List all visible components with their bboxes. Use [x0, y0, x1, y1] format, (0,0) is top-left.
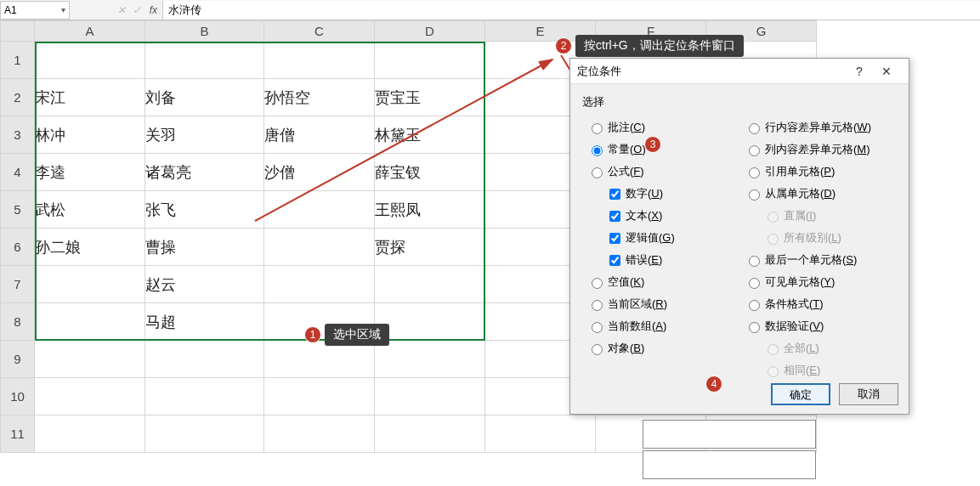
cell-A11[interactable]	[35, 415, 145, 453]
col-header-D[interactable]: D	[375, 21, 485, 42]
cell-A2[interactable]: 宋江	[35, 79, 145, 116]
option-列内容差异单元格m[interactable]: 列内容差异单元格(M)	[739, 138, 897, 161]
radio-1[interactable]	[592, 145, 603, 156]
cell-D7[interactable]	[375, 266, 485, 303]
select-all-corner[interactable]	[1, 21, 35, 42]
cell-D5[interactable]: 王熙凤	[375, 191, 485, 229]
cell-C10[interactable]	[264, 378, 375, 415]
cell-D9[interactable]	[375, 341, 485, 378]
row-header-3[interactable]: 3	[1, 116, 35, 154]
cell-A10[interactable]	[35, 378, 145, 415]
col-header-B[interactable]: B	[145, 21, 264, 42]
option-公式f[interactable]: 公式(F)	[582, 161, 739, 183]
cell-D4[interactable]: 薛宝钗	[375, 154, 485, 191]
row-header-1[interactable]: 1	[1, 42, 35, 79]
radio-9[interactable]	[592, 322, 603, 333]
col-header-C[interactable]: C	[264, 21, 375, 42]
cell-D8[interactable]	[375, 303, 485, 341]
cell-A9[interactable]	[35, 341, 145, 378]
radio-1[interactable]	[749, 145, 760, 156]
cell-C4[interactable]: 沙僧	[264, 154, 375, 191]
cancel-button[interactable]: 取消	[839, 383, 898, 405]
checkbox-4[interactable]	[609, 211, 620, 222]
radio-2[interactable]	[592, 167, 603, 178]
cell-C11[interactable]	[264, 415, 375, 453]
row-header-4[interactable]: 4	[1, 154, 35, 191]
col-header-A[interactable]: A	[35, 21, 145, 42]
option-可见单元格y[interactable]: 可见单元格(Y)	[739, 271, 897, 293]
cell-D3[interactable]: 林黛玉	[375, 116, 485, 154]
cell-B3[interactable]: 关羽	[145, 116, 264, 154]
cell-C3[interactable]: 唐僧	[264, 116, 375, 154]
radio-8[interactable]	[592, 300, 603, 311]
checkbox-3[interactable]	[609, 189, 620, 200]
name-box-dropdown-icon[interactable]: ▾	[61, 5, 65, 14]
radio-9[interactable]	[749, 322, 760, 333]
option-逻辑值g[interactable]: 逻辑值(G)	[582, 227, 739, 249]
cell-D11[interactable]	[375, 415, 485, 453]
cell-D6[interactable]: 贾探	[375, 229, 485, 266]
formula-input[interactable]: 水浒传	[163, 1, 980, 20]
row-header-6[interactable]: 6	[1, 229, 35, 266]
option-错误e[interactable]: 错误(E)	[582, 249, 739, 271]
row-header-11[interactable]: 11	[1, 415, 35, 453]
name-box[interactable]: A1 ▾	[0, 1, 70, 20]
cell-B5[interactable]: 张飞	[145, 191, 264, 229]
cell-D1[interactable]: 红楼梦	[375, 42, 485, 79]
radio-8[interactable]	[749, 300, 760, 311]
cell-E11[interactable]	[485, 415, 596, 453]
cell-C2[interactable]: 孙悟空	[264, 79, 375, 116]
cell-B11[interactable]	[145, 415, 264, 453]
cell-B1[interactable]: 三国演义	[145, 42, 264, 79]
cell-C6[interactable]	[264, 229, 375, 266]
option-引用单元格p[interactable]: 引用单元格(P)	[739, 161, 897, 183]
help-icon[interactable]: ?	[847, 65, 871, 78]
cell-C9[interactable]	[264, 341, 375, 378]
option-行内容差异单元格w[interactable]: 行内容差异单元格(W)	[739, 116, 897, 138]
row-header-10[interactable]: 10	[1, 378, 35, 415]
cell-B4[interactable]: 诸葛亮	[145, 154, 264, 191]
checkbox-6[interactable]	[609, 255, 620, 266]
cell-A8[interactable]	[35, 303, 145, 341]
radio-7[interactable]	[749, 278, 760, 289]
option-条件格式t[interactable]: 条件格式(T)	[739, 293, 897, 315]
row-header-8[interactable]: 8	[1, 303, 35, 341]
option-当前数组a[interactable]: 当前数组(A)	[582, 315, 739, 337]
cell-A7[interactable]	[35, 266, 145, 303]
option-数据验证v[interactable]: 数据验证(V)	[739, 315, 897, 337]
ok-button[interactable]: 确定	[771, 383, 830, 405]
cell-C7[interactable]	[264, 266, 375, 303]
option-从属单元格d[interactable]: 从属单元格(D)	[739, 183, 897, 205]
cell-B7[interactable]: 赵云	[145, 266, 264, 303]
radio-0[interactable]	[592, 123, 603, 134]
cell-A5[interactable]: 武松	[35, 191, 145, 229]
radio-10[interactable]	[592, 344, 603, 355]
cell-C1[interactable]: 西游记	[264, 42, 375, 79]
cell-C5[interactable]	[264, 191, 375, 229]
checkbox-5[interactable]	[609, 233, 620, 244]
row-header-7[interactable]: 7	[1, 266, 35, 303]
row-header-9[interactable]: 9	[1, 341, 35, 378]
cell-B9[interactable]	[145, 341, 264, 378]
cell-A4[interactable]: 李逵	[35, 154, 145, 191]
cell-A3[interactable]: 林冲	[35, 116, 145, 154]
cell-B6[interactable]: 曹操	[145, 229, 264, 266]
cell-B8[interactable]: 马超	[145, 303, 264, 341]
radio-6[interactable]	[749, 256, 760, 267]
radio-7[interactable]	[592, 278, 603, 289]
option-对象b[interactable]: 对象(B)	[582, 337, 739, 359]
close-icon[interactable]: ✕	[871, 65, 902, 78]
cell-A1[interactable]: 水浒传	[35, 42, 145, 79]
cell-A6[interactable]: 孙二娘	[35, 229, 145, 266]
radio-0[interactable]	[749, 123, 760, 134]
option-数字u[interactable]: 数字(U)	[582, 183, 739, 205]
option-最后一个单元格s[interactable]: 最后一个单元格(S)	[739, 249, 897, 271]
option-空值k[interactable]: 空值(K)	[582, 271, 739, 293]
cell-D10[interactable]	[375, 378, 485, 415]
option-当前区域r[interactable]: 当前区域(R)	[582, 293, 739, 315]
row-header-5[interactable]: 5	[1, 191, 35, 229]
fx-label[interactable]: fx	[150, 4, 157, 16]
radio-3[interactable]	[749, 189, 760, 201]
cell-D2[interactable]: 贾宝玉	[375, 79, 485, 116]
radio-2[interactable]	[749, 167, 760, 178]
